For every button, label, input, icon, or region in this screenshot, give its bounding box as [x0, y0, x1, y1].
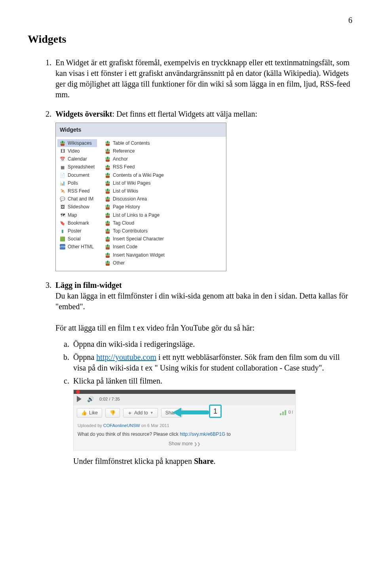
caret-down-icon: ▼	[150, 410, 154, 415]
widget-item[interactable]: Discussion Area	[103, 195, 167, 203]
widget-cat-spreadsheet[interactable]: ▦Spreadsheet	[57, 163, 97, 171]
double-chevron-down-icon: ❯❯	[194, 442, 200, 446]
closing-line: Under filmfönstret klicka på knappen Sha…	[73, 456, 352, 467]
i3-lead: Lägg in film-widget	[55, 281, 122, 289]
pot-icon	[105, 260, 110, 266]
widget-item[interactable]: Insert Special Character	[103, 235, 167, 243]
yt-progress-dot	[76, 390, 80, 394]
dislike-button[interactable]: 👎	[105, 408, 120, 418]
callout-step-1: 1	[209, 405, 222, 418]
add-to-button[interactable]: ＋Add to▼	[123, 408, 158, 418]
widget-cat-wikispaces[interactable]: Wikispaces	[57, 139, 97, 147]
widget-cat-document[interactable]: 📄Document	[57, 171, 97, 179]
widget-cat-other-html[interactable]: HTMLOther HTML	[57, 243, 97, 251]
html-icon: HTML	[60, 244, 65, 250]
youtube-figure: 🔊 0:02 / 7:35 👍Like 👎 ＋Add to▼ Share 1	[73, 389, 296, 450]
widget-cat-poster[interactable]: ▮Poster	[57, 227, 97, 235]
para-1: En Widget är ett grafiskt föremål, exemp…	[55, 58, 350, 99]
pot-icon	[105, 228, 110, 234]
widget-item[interactable]: Contents of a Wiki Page	[103, 171, 167, 179]
slideshow-icon: 🖼	[60, 204, 65, 210]
pot-icon	[105, 212, 110, 218]
play-icon[interactable]	[77, 396, 82, 402]
i3-text-b: För att lägga till en film t ex video fr…	[55, 323, 255, 332]
chat-icon: 💬	[60, 196, 65, 202]
callout-arrow-icon	[173, 406, 212, 418]
pot-icon	[105, 252, 110, 258]
poster-icon: ▮	[60, 228, 65, 234]
widget-item[interactable]: Reference	[103, 147, 167, 155]
widget-cat-calendar[interactable]: 📅Calendar	[57, 155, 97, 163]
thumb-up-icon: 👍	[81, 410, 87, 416]
list-item-3: Lägg in film-widget Du kan lägga in ett …	[53, 280, 352, 467]
list-item-2: Widgets översikt: Det finns ett flertal …	[53, 109, 352, 271]
yt-uploaded-line: Uploaded by COFAonlineUNSW on 6 Mar 2011	[74, 420, 295, 430]
page-title: Widgets	[28, 33, 352, 45]
thumb-down-icon: 👎	[110, 410, 116, 416]
stats-bars-icon	[280, 410, 287, 415]
widget-cat-polls[interactable]: 📊Polls	[57, 179, 97, 187]
yt-uploader[interactable]: COFAonlineUNSW	[103, 423, 140, 428]
polls-icon: 📊	[60, 180, 65, 186]
yt-show-more[interactable]: Show more ❯❯	[74, 439, 295, 450]
widget-cat-social[interactable]: 🟩Social	[57, 235, 97, 243]
widgets-right-column: Table of Contents Reference Anchor RSS F…	[103, 139, 167, 267]
widget-item[interactable]: Top Contributors	[103, 227, 167, 235]
sub-a: Öppna din wiki-sida i redigeringsläge.	[71, 339, 352, 350]
widget-item[interactable]: Other	[103, 259, 167, 267]
video-icon: 🎞	[60, 148, 65, 154]
widget-item[interactable]: Insert Navigation Widget	[103, 251, 167, 259]
pot-icon	[60, 140, 65, 146]
widget-cat-map[interactable]: 🗺Map	[57, 211, 97, 219]
yt-desc-link[interactable]: http://svy.mk/e6BP1G	[180, 431, 225, 437]
bookmark-icon: 🔖	[60, 220, 65, 226]
widget-item[interactable]: Table of Contents	[103, 139, 167, 147]
pot-icon	[105, 236, 110, 242]
widget-item[interactable]: List of Wikis	[103, 187, 167, 195]
sub-c: Klicka på länken till filmen. 🔊 0:02 / 7…	[71, 376, 352, 467]
widget-cat-chat[interactable]: 💬Chat and IM	[57, 195, 97, 203]
widget-item[interactable]: Anchor	[103, 155, 167, 163]
pot-icon	[105, 148, 110, 154]
widgets-dialog: Widgets Wikispaces 🎞Video 📅Calendar ▦Spr…	[55, 123, 226, 271]
widget-item[interactable]: List of Links to a Page	[103, 211, 167, 219]
i2-text: : Det finns ett flertal Widgets att välj…	[112, 110, 258, 118]
widget-cat-slideshow[interactable]: 🖼Slideshow	[57, 203, 97, 211]
pot-icon	[105, 180, 110, 186]
pot-icon	[105, 188, 110, 194]
yt-time: 0:02 / 7:35	[99, 396, 120, 402]
rss-icon: 🛰	[60, 188, 65, 194]
like-button[interactable]: 👍Like	[77, 408, 102, 418]
yt-progress-bar[interactable]	[74, 390, 295, 394]
widget-cat-bookmark[interactable]: 🔖Bookmark	[57, 219, 97, 227]
widget-item[interactable]: Tag Cloud	[103, 219, 167, 227]
widget-item[interactable]: Page History	[103, 203, 167, 211]
i2-lead: Widgets översikt	[55, 110, 112, 118]
pot-icon	[105, 196, 110, 202]
list-item-1: En Widget är ett grafiskt föremål, exemp…	[53, 57, 352, 100]
widget-item[interactable]: List of Wiki Pages	[103, 179, 167, 187]
pot-icon	[105, 164, 110, 170]
youtube-link[interactable]: http://youtube.com	[96, 353, 156, 361]
i3-text-a: Du kan lägga in ett filmfönster i din wi…	[55, 291, 348, 311]
volume-icon[interactable]: 🔊	[87, 395, 94, 403]
sub-b: Öppna http://youtube.com i ett nytt webb…	[71, 352, 352, 373]
document-icon: 📄	[60, 172, 65, 178]
map-icon: 🗺	[60, 212, 65, 218]
pot-icon	[105, 204, 110, 210]
widget-cat-video[interactable]: 🎞Video	[57, 147, 97, 155]
pot-icon	[105, 140, 110, 146]
widgets-dialog-title: Widgets	[56, 123, 226, 137]
widget-item[interactable]: RSS Feed	[103, 163, 167, 171]
calendar-icon: 📅	[60, 156, 65, 162]
plus-icon: ＋	[127, 410, 132, 416]
pot-icon	[105, 244, 110, 250]
yt-stats: 0 l	[280, 409, 293, 415]
social-icon: 🟩	[60, 236, 65, 242]
page-number: 6	[28, 16, 352, 25]
pot-icon	[105, 156, 110, 162]
widgets-left-column: Wikispaces 🎞Video 📅Calendar ▦Spreadsheet…	[57, 139, 97, 267]
widget-cat-rss[interactable]: 🛰RSS Feed	[57, 187, 97, 195]
yt-description: What do you think of this resource? Plea…	[74, 430, 295, 439]
widget-item[interactable]: Insert Code	[103, 243, 167, 251]
